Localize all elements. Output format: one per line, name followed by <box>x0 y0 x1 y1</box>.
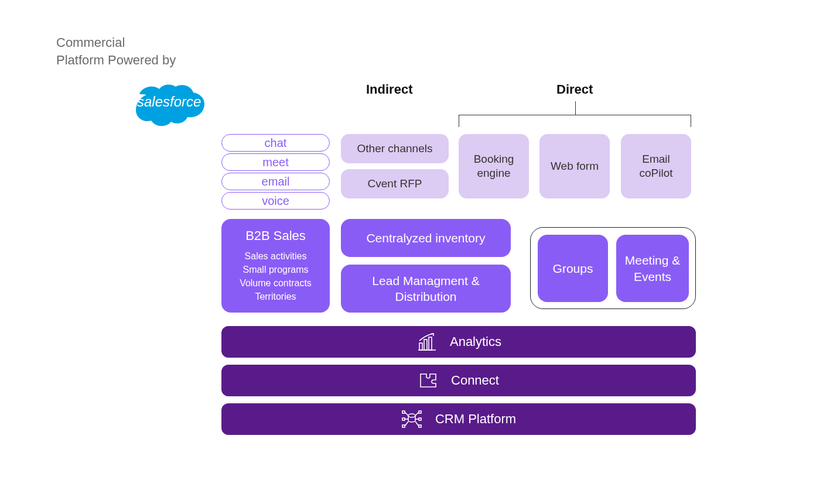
direct-booking-engine: Booking engine <box>459 134 529 198</box>
svg-line-14 <box>415 421 419 426</box>
svg-rect-9 <box>402 418 405 420</box>
header-title: Commercial Platform Powered by <box>56 34 176 68</box>
direct-email-copilot: Email coPilot <box>621 134 691 198</box>
svg-rect-7 <box>402 425 405 427</box>
indirect-other-channels: Other channels <box>341 134 449 163</box>
meeting-events-box: Meeting & Events <box>616 235 689 302</box>
connect-bar: Connect <box>221 365 696 396</box>
svg-point-4 <box>408 414 415 417</box>
header-line-1: Commercial <box>56 35 125 50</box>
pill-voice: voice <box>221 192 330 210</box>
lead-management-box: Lead Managment & Distribution <box>341 265 511 313</box>
salesforce-logo: salesforce <box>117 76 211 143</box>
svg-line-11 <box>405 412 408 416</box>
svg-rect-2 <box>424 340 427 350</box>
groups-box: Groups <box>538 235 608 302</box>
b2b-item: Small programs <box>240 263 312 276</box>
svg-rect-10 <box>419 418 421 420</box>
pill-meet: meet <box>221 153 330 171</box>
crm-platform-label: CRM Platform <box>435 412 516 427</box>
pill-chat: chat <box>221 134 330 152</box>
analytics-bar: Analytics <box>221 326 696 358</box>
svg-rect-3 <box>429 337 432 350</box>
salesforce-wordmark: salesforce <box>137 94 201 109</box>
direct-column-label: Direct <box>556 82 593 97</box>
b2b-title: B2B Sales <box>245 228 306 245</box>
svg-line-12 <box>415 412 419 416</box>
analytics-icon <box>416 332 437 351</box>
b2b-sales-box: B2B Sales Sales activities Small program… <box>221 219 330 313</box>
direct-bracket <box>459 115 691 115</box>
b2b-item: Territories <box>240 290 312 303</box>
cloud-icon: salesforce <box>117 76 211 140</box>
connect-label: Connect <box>451 373 499 388</box>
direct-web-form: Web form <box>539 134 610 198</box>
analytics-label: Analytics <box>450 334 501 349</box>
header-line-2: Platform Powered by <box>56 53 176 67</box>
b2b-items: Sales activities Small programs Volume c… <box>240 249 312 304</box>
pill-email: email <box>221 173 330 190</box>
indirect-column-label: Indirect <box>366 82 412 97</box>
crm-platform-bar: CRM Platform <box>221 403 696 435</box>
b2b-item: Volume contracts <box>240 276 312 290</box>
centralized-inventory-box: Centralyzed inventory <box>341 219 511 257</box>
svg-rect-5 <box>402 411 405 413</box>
svg-rect-1 <box>419 343 422 350</box>
platform-icon <box>401 410 422 428</box>
svg-line-13 <box>405 421 408 426</box>
svg-rect-8 <box>419 425 421 427</box>
puzzle-icon <box>418 372 438 389</box>
b2b-item: Sales activities <box>240 249 312 263</box>
indirect-cvent-rfp: Cvent RFP <box>341 169 449 198</box>
svg-rect-6 <box>419 411 421 413</box>
